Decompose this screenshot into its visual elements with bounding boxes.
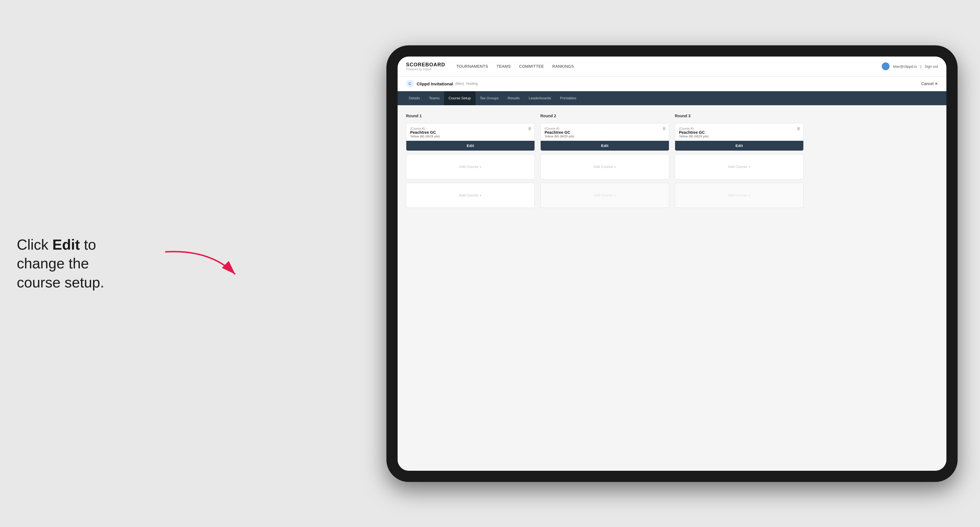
- nav-tournaments[interactable]: TOURNAMENTS: [457, 64, 488, 68]
- tournament-logo-icon: C: [406, 80, 414, 87]
- round-3-title: Round 3: [675, 114, 803, 118]
- round-2-add-course-1-plus: +: [614, 165, 616, 169]
- round-3-trash-icon[interactable]: 🗑: [797, 126, 800, 131]
- round-1-course-details: Yellow (M) (6629 yds): [410, 135, 531, 141]
- round-3-add-course-2-plus: +: [748, 193, 750, 198]
- round-1-add-course-1[interactable]: Add Course +: [406, 154, 535, 179]
- round-3-course-card: 🗑 (Course A) Peachtree GC Yellow (M) (66…: [675, 123, 803, 151]
- logo-title: SCOREBOARD: [406, 62, 445, 68]
- round-3-add-course-2: Add Course +: [675, 183, 803, 208]
- round-1-course-card: 🗑 (Course A) Peachtree GC Yellow (M) (66…: [406, 123, 535, 151]
- round-2-add-course-2-plus: +: [614, 193, 616, 198]
- round-1-add-course-1-text: Add Course: [459, 165, 479, 169]
- separator: |: [920, 64, 921, 68]
- round-2-course-label: (Course A): [545, 127, 665, 130]
- instruction-bold: Edit: [52, 236, 80, 252]
- round-2-add-course-1[interactable]: Add Course +: [540, 154, 669, 179]
- round-2-course-card: 🗑 (Course A) Peachtree GC Yellow (M) (66…: [540, 123, 669, 151]
- cancel-button[interactable]: Cancel ✕: [921, 81, 938, 86]
- nav-teams[interactable]: TEAMS: [496, 64, 511, 68]
- tournament-status: Hosting: [466, 82, 478, 86]
- tab-leaderboards[interactable]: Leaderboards: [524, 91, 555, 105]
- round-3-column: Round 3 🗑 (Course A) Peachtree GC Yellow…: [675, 114, 803, 208]
- round-1-add-course-2[interactable]: Add Course +: [406, 183, 535, 208]
- round-2-course-header: 🗑 (Course A) Peachtree GC Yellow (M) (66…: [541, 124, 669, 141]
- round-1-trash-icon[interactable]: 🗑: [528, 126, 532, 131]
- round-1-column: Round 1 🗑 (Course A) Peachtree GC Yellow…: [406, 114, 535, 208]
- instruction-text: Click Edit tochange thecourse setup.: [17, 235, 104, 292]
- round-1-title: Round 1: [406, 114, 535, 118]
- logo-area: SCOREBOARD Powered by clippd: [406, 62, 445, 71]
- round-1-course-label: (Course A): [410, 127, 531, 130]
- tabs-bar: Details Teams Course Setup Tee Groups Re…: [398, 91, 947, 105]
- round-3-edit-button[interactable]: Edit: [675, 141, 803, 151]
- tablet-device: SCOREBOARD Powered by clippd TOURNAMENTS…: [387, 45, 958, 482]
- round-1-add-course-2-plus: +: [479, 193, 482, 198]
- round-3-add-course-1-text: Add Course: [728, 165, 747, 169]
- top-navigation: SCOREBOARD Powered by clippd TOURNAMENTS…: [398, 57, 947, 77]
- round-3-add-course-1-plus: +: [748, 165, 750, 169]
- round-3-course-name: Peachtree GC: [679, 130, 799, 135]
- round-3-course-details: Yellow (M) (6629 yds): [679, 135, 799, 141]
- tab-tee-groups[interactable]: Tee Groups: [476, 91, 503, 105]
- tab-teams[interactable]: Teams: [425, 91, 444, 105]
- round-1-course-name: Peachtree GC: [410, 130, 531, 135]
- tournament-bar: C Clippd Invitational (Men) Hosting Canc…: [398, 77, 947, 91]
- tab-details[interactable]: Details: [404, 91, 425, 105]
- round-2-add-course-2-text: Add Course: [593, 193, 613, 197]
- tab-course-setup[interactable]: Course Setup: [444, 91, 476, 105]
- annotation-arrow: [154, 243, 243, 288]
- round-2-edit-button[interactable]: Edit: [541, 141, 669, 151]
- round-4-column-empty: [809, 114, 938, 208]
- nav-links: TOURNAMENTS TEAMS COMMITTEE RANKINGS: [457, 64, 882, 68]
- tournament-gender: (Men): [455, 82, 464, 86]
- round-2-add-course-1-text: Add Course: [593, 165, 613, 169]
- nav-committee[interactable]: COMMITTEE: [519, 64, 544, 68]
- round-1-add-course-2-text: Add Course: [459, 193, 479, 197]
- round-3-course-label: (Course A): [679, 127, 799, 130]
- logo-subtitle: Powered by clippd: [406, 68, 445, 71]
- rounds-container: Round 1 🗑 (Course A) Peachtree GC Yellow…: [406, 114, 938, 208]
- round-3-add-course-2-text: Add Course: [728, 193, 747, 197]
- tab-printables[interactable]: Printables: [555, 91, 581, 105]
- user-avatar: [882, 62, 889, 70]
- round-1-edit-button[interactable]: Edit: [406, 141, 535, 151]
- tab-results[interactable]: Results: [503, 91, 524, 105]
- nav-right: blair@clippd.io | Sign out: [882, 62, 938, 70]
- round-3-course-header: 🗑 (Course A) Peachtree GC Yellow (M) (66…: [675, 124, 803, 141]
- main-content: Round 1 🗑 (Course A) Peachtree GC Yellow…: [398, 105, 947, 471]
- tablet-screen: SCOREBOARD Powered by clippd TOURNAMENTS…: [398, 57, 947, 471]
- round-2-trash-icon[interactable]: 🗑: [662, 126, 666, 131]
- tournament-name: Clippd Invitational: [417, 81, 453, 86]
- round-2-course-name: Peachtree GC: [545, 130, 665, 135]
- nav-rankings[interactable]: RANKINGS: [552, 64, 574, 68]
- instruction-prefix: Click: [17, 236, 52, 252]
- round-1-course-header: 🗑 (Course A) Peachtree GC Yellow (M) (66…: [406, 124, 535, 141]
- sign-out-link[interactable]: Sign out: [924, 64, 938, 68]
- round-2-course-details: Yellow (M) (6629 yds): [545, 135, 665, 141]
- round-2-title: Round 2: [540, 114, 669, 118]
- round-1-add-course-1-plus: +: [479, 165, 482, 169]
- round-2-add-course-2: Add Course +: [540, 183, 669, 208]
- user-email: blair@clippd.io: [893, 64, 917, 68]
- round-3-add-course-1[interactable]: Add Course +: [675, 154, 803, 179]
- round-2-column: Round 2 🗑 (Course A) Peachtree GC Yellow…: [540, 114, 669, 208]
